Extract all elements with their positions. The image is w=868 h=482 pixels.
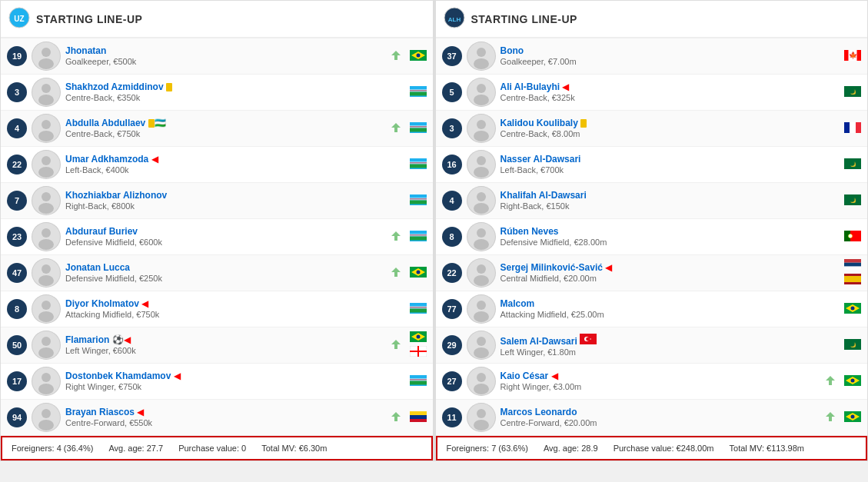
red-arrow-icon: ◀: [562, 81, 569, 92]
svg-point-118: [474, 203, 489, 214]
svg-point-86: [38, 420, 54, 430]
player-name[interactable]: Salem Al-Dawsari: [501, 336, 577, 347]
svg-rect-62: [410, 306, 427, 307]
svg-marker-5: [391, 51, 401, 60]
svg-point-156: [851, 378, 855, 382]
player-info: Brayan Riascos ◀ Centre-Forward, €550k: [65, 407, 390, 428]
tr-flag-icon: [580, 336, 597, 347]
player-row: 77 Malcom Attacking Midfield, €25.00m: [436, 291, 868, 327]
player-details: Goalkeeper, €500k: [65, 57, 136, 66]
flag-ge: [410, 346, 427, 359]
svg-text:🌙: 🌙: [850, 89, 856, 95]
svg-marker-153: [826, 376, 835, 385]
svg-point-44: [38, 239, 54, 250]
player-name[interactable]: Dostonbek Khamdamov: [65, 371, 171, 381]
svg-point-28: [38, 167, 54, 178]
player-name[interactable]: Malcom: [501, 298, 535, 309]
player-name[interactable]: Marcos Leonardo: [501, 407, 577, 417]
flag-uz: [410, 86, 427, 99]
player-name[interactable]: Bono: [501, 45, 524, 56]
player-row: 3 Kalidou Koulibaly Centre-Back, €8.00m: [436, 111, 868, 147]
player-avatar: [32, 114, 61, 143]
svg-point-137: [474, 311, 489, 322]
player-info: Salem Al-Dawsari Left Winger, €1.80m: [501, 334, 825, 357]
player-flags: [410, 86, 427, 99]
player-flags: [844, 375, 861, 388]
red-arrow-icon: ◀: [551, 371, 558, 381]
player-name[interactable]: Kaio César: [501, 371, 549, 381]
player-flags: [844, 303, 861, 316]
player-name[interactable]: Ali Al-Bulayhi: [501, 81, 560, 92]
player-name[interactable]: Kalidou Koulibaly: [501, 118, 578, 128]
substitution-icon: [390, 266, 402, 281]
flag-uz: [410, 303, 427, 316]
yellow-card-icon: [580, 119, 587, 128]
player-name[interactable]: Abdulla Abdullaev: [65, 118, 145, 128]
svg-point-53: [38, 275, 54, 286]
player-row: 19 Jhonatan Goalkeeper, €500k: [1, 38, 433, 75]
jersey-number: 94: [7, 407, 27, 427]
player-details: Defensive Midfield, €28.00m: [501, 238, 607, 247]
player-info: Marcos Leonardo Centre-Forward, €20.00m: [501, 407, 825, 428]
player-name[interactable]: Umar Adkhamzoda: [65, 154, 148, 165]
flag-sa: 🌙: [844, 86, 861, 99]
player-details: Defensive Midfield, €600k: [65, 238, 162, 247]
svg-point-158: [477, 409, 486, 418]
player-name[interactable]: Khalifah Al-Dawsari: [501, 190, 587, 201]
player-flags: 🍁: [844, 50, 861, 63]
svg-point-95: [474, 58, 489, 69]
jersey-number: 77: [442, 299, 462, 319]
svg-rect-39: [410, 198, 427, 199]
player-name[interactable]: Shakhzod Azmiddinov: [65, 81, 164, 92]
svg-rect-25: [410, 128, 427, 131]
svg-text:🌙: 🌙: [850, 198, 856, 204]
player-avatar: [467, 150, 496, 179]
stats-bar: Foreigners: 4 (36.4%) Avg. age: 27.7 Pur…: [1, 436, 433, 460]
player-name[interactable]: Diyor Kholmatov: [65, 298, 139, 309]
player-name[interactable]: Jhonatan: [65, 45, 106, 56]
svg-marker-160: [826, 412, 835, 421]
team-logo: ALH: [444, 7, 465, 31]
player-name[interactable]: Brayan Riascos: [65, 407, 135, 417]
player-avatar: [32, 150, 61, 179]
player-name[interactable]: Khozhiakbar Alizhonov: [65, 190, 167, 201]
svg-rect-13: [410, 89, 427, 90]
player-name[interactable]: Abdurauf Buriev: [65, 226, 138, 237]
player-name[interactable]: Nasser Al-Dawsari: [501, 154, 581, 165]
player-details: Centre-Back, €8.00m: [501, 129, 580, 138]
player-details: Left Winger, €1.80m: [501, 347, 576, 357]
player-row: 7 Khozhiakbar Alizhonov Right-Back, €800…: [1, 183, 433, 219]
svg-rect-80: [410, 378, 427, 379]
svg-point-146: [586, 337, 590, 341]
svg-rect-14: [410, 90, 427, 91]
svg-rect-89: [410, 411, 427, 415]
player-avatar: [32, 42, 61, 71]
svg-point-128: [477, 264, 486, 274]
player-avatar: [32, 294, 61, 324]
player-name[interactable]: Flamarion: [65, 334, 109, 345]
main-container: UZ STARTING LINE-UP 19 Jhonatan Goalkeep…: [0, 0, 868, 461]
player-flags: [410, 158, 427, 171]
svg-point-43: [42, 228, 51, 238]
player-flags: [844, 259, 861, 287]
svg-rect-83: [410, 381, 427, 384]
red-arrow-icon: ◀: [174, 371, 181, 381]
svg-point-10: [42, 84, 51, 93]
substitution-icon: [390, 121, 402, 136]
player-flags: [844, 122, 861, 135]
svg-point-151: [477, 373, 486, 382]
svg-point-57: [416, 270, 420, 274]
svg-rect-32: [410, 163, 427, 164]
player-name[interactable]: Sergej Milinković-Savić: [501, 262, 603, 273]
player-flags: 🌙: [844, 86, 861, 99]
player-details: Right-Back, €800k: [65, 201, 135, 211]
avg-age-stat: Avg. age: 27.7: [108, 444, 163, 453]
foreigners-stat: Foreigners: 7 (63.6%): [447, 444, 528, 453]
player-name[interactable]: Rúben Neves: [501, 226, 559, 237]
flag-sa: 🌙: [844, 194, 861, 208]
player-name[interactable]: Jonatan Lucca: [65, 262, 130, 273]
player-info: Abdurauf Buriev Defensive Midfield, €600…: [65, 226, 390, 248]
country-icon: 🇺🇿: [155, 118, 166, 128]
jersey-number: 37: [442, 46, 462, 66]
jersey-number: 4: [442, 191, 462, 211]
